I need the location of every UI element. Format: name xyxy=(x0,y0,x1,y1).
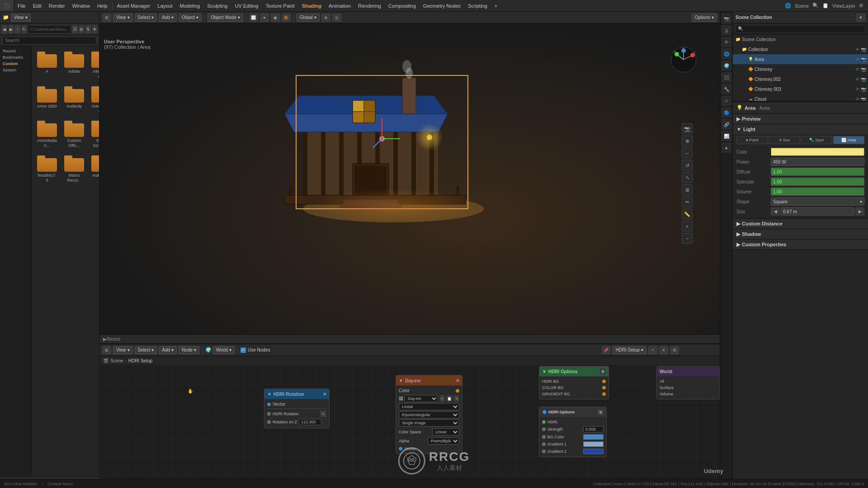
menu-texture-paint[interactable]: Texture Paint xyxy=(262,0,298,11)
close-hdri-btn[interactable]: ✕ xyxy=(659,346,668,354)
editor-type-icon[interactable]: 📁 xyxy=(3,14,9,20)
rot-z-socket[interactable] xyxy=(267,420,271,424)
size-decrease-btn[interactable]: ◀ xyxy=(771,207,780,216)
up-btn[interactable]: ↑ xyxy=(15,25,20,33)
hdri-options-inner-node[interactable]: 🔷 HDRI Options ⊞ HDRI Strength xyxy=(539,407,607,457)
object-menu-btn[interactable]: Object▾ xyxy=(179,14,202,22)
diffuse-value[interactable]: 1.00 xyxy=(771,168,864,176)
gradient2-swatch[interactable] xyxy=(583,449,604,454)
cloud-eye[interactable]: 👁 xyxy=(855,97,860,102)
menu-scripting[interactable]: Scripting xyxy=(464,0,491,11)
color-output-socket[interactable] xyxy=(456,389,459,393)
node-add-btn[interactable]: Add▾ xyxy=(159,346,177,354)
volume-value[interactable]: 1.00 xyxy=(771,188,864,196)
hdri-socket[interactable] xyxy=(542,420,546,424)
bg-color-socket[interactable] xyxy=(542,435,546,439)
inner-options-btn[interactable]: ⊞ xyxy=(597,409,604,415)
file-item-houdini[interactable]: houdini17.5 xyxy=(35,154,59,185)
hdri-setup-btn[interactable]: HDRI Setup▾ xyxy=(613,346,646,354)
power-value[interactable]: 450 W xyxy=(771,158,864,166)
node-editor-type[interactable]: ⊞ xyxy=(102,346,111,354)
custom-props-header[interactable]: ▶ Custom Properties xyxy=(733,239,868,249)
back-btn[interactable]: ◀ xyxy=(2,25,7,33)
file-item-macro[interactable]: Macro Recor... xyxy=(62,154,86,185)
scale-btn[interactable]: ⤡ xyxy=(682,172,693,183)
camera-btn[interactable]: 📷 xyxy=(682,123,693,134)
menu-compositing[interactable]: Compositing xyxy=(385,0,420,11)
menu-animation[interactable]: Animation xyxy=(325,0,354,11)
hdri-bg-socket[interactable] xyxy=(602,380,606,383)
render-preview-btn[interactable]: 🔆 xyxy=(282,14,291,22)
custom-distance-header[interactable]: ▶ Custom Distance xyxy=(733,219,868,229)
menu-render[interactable]: Render xyxy=(45,0,69,11)
menu-plus[interactable]: + xyxy=(491,0,501,11)
outliner-area[interactable]: 💡 Area 👁 📷 xyxy=(733,54,868,64)
path-display[interactable]: C:\Users\UserDocu... xyxy=(28,25,71,33)
menu-rendering[interactable]: Rendering xyxy=(354,0,385,11)
view-menu-btn[interactable]: View▾ xyxy=(113,14,133,22)
rpi-render[interactable]: 📷 xyxy=(722,14,731,23)
rpi-particles[interactable]: ⚛ xyxy=(722,96,731,106)
menu-file[interactable]: File xyxy=(14,0,29,11)
resize-bar[interactable]: ▶ Resize xyxy=(99,334,720,343)
select-menu-btn[interactable]: Select▾ xyxy=(135,14,157,22)
hdri-options-main-node[interactable]: ▼ HDRI Options ⊞ HDRI BG COLOR BG xyxy=(539,366,609,399)
forward-btn[interactable]: ▶ xyxy=(9,25,14,33)
add-menu-btn[interactable]: Add▾ xyxy=(159,14,177,22)
material-btn[interactable]: ◉ xyxy=(271,14,280,22)
colorspace-select[interactable]: Linear xyxy=(432,428,459,436)
file-item-avermedia2[interactable]: AVerMedia C... xyxy=(35,119,59,150)
rotate-btn[interactable]: ↺ xyxy=(682,160,693,171)
gradient1-swatch[interactable] xyxy=(583,441,604,447)
node-close-btn[interactable]: ✕ xyxy=(323,392,326,397)
cloud-render[interactable]: 📷 xyxy=(861,97,866,102)
menu-asset-manager[interactable]: Asset Manager xyxy=(113,0,154,11)
breadcrumb-hdri[interactable]: HDRI Setup xyxy=(128,358,152,363)
rotation-z-input[interactable] xyxy=(299,419,321,425)
light-sun-btn[interactable]: ☀ Sun xyxy=(769,136,800,144)
rpi-world[interactable]: 🌍 xyxy=(722,61,731,70)
menu-window[interactable]: Window xyxy=(69,0,94,11)
specular-value[interactable]: 1.00 xyxy=(771,178,864,186)
node-select-btn[interactable]: Select▾ xyxy=(135,346,157,354)
nav-system[interactable]: System xyxy=(1,67,30,73)
nav-custom[interactable]: Custom xyxy=(1,61,30,67)
filter-btn[interactable]: ▼ xyxy=(92,25,98,33)
rpi-modifiers[interactable]: 🔧 xyxy=(722,84,731,94)
proportional-btn[interactable]: ◎ xyxy=(332,14,341,22)
rpi-constraints[interactable]: 🔗 xyxy=(722,119,731,129)
refresh-btn[interactable]: ↻ xyxy=(22,25,27,33)
snap-btn[interactable]: ⊕ xyxy=(321,14,330,22)
shadow-header[interactable]: ▶ Shadow xyxy=(733,229,868,239)
global-btn[interactable]: Global▾ xyxy=(297,14,320,22)
rpi-scene[interactable]: 🌐 xyxy=(722,49,731,59)
menu-layout[interactable]: Layout xyxy=(154,0,176,11)
chimney003-render[interactable]: 📷 xyxy=(861,87,866,92)
file-search-input[interactable] xyxy=(3,37,96,45)
options-btn[interactable]: Options▾ xyxy=(692,14,717,22)
file-item-makehuman[interactable]: makehuman xyxy=(90,154,99,185)
size-increase-btn[interactable]: ▶ xyxy=(855,207,864,216)
annotate-btn[interactable]: ✏ xyxy=(682,197,693,207)
source-select[interactable]: Single Image xyxy=(399,419,459,427)
file-item-adobe[interactable]: Adobe xyxy=(62,50,86,81)
collection-eye[interactable]: 👁 xyxy=(855,47,860,52)
strength-socket[interactable] xyxy=(542,427,546,431)
light-spot-btn[interactable]: 🔦 Spot xyxy=(801,136,832,144)
nav-bookmarks[interactable]: Bookmarks xyxy=(1,54,30,61)
viewport-canvas[interactable]: User Perspective (97) Collection | Area xyxy=(99,23,720,343)
gradient-bg-socket[interactable] xyxy=(602,392,606,396)
day-exr-node[interactable]: ▼ Day.exr ✕ Color 🖼 Day.exr xyxy=(396,375,462,454)
file-item-avermedia1[interactable]: AVerMedia A... xyxy=(90,84,99,116)
chimney002-render[interactable]: 📷 xyxy=(861,77,866,82)
node-view-btn[interactable]: View▾ xyxy=(113,346,133,354)
day-exr-close-btn[interactable]: ✕ xyxy=(456,378,459,383)
color-swatch[interactable] xyxy=(771,148,864,156)
list-view-btn[interactable]: ☰ xyxy=(72,25,78,33)
file-x-btn[interactable]: ✕ xyxy=(454,395,459,402)
rpi-object[interactable]: ⬛ xyxy=(722,72,731,82)
collection-render[interactable]: 📷 xyxy=(861,47,866,52)
light-area-btn[interactable]: ⬜ Area xyxy=(833,136,864,144)
world-panel-node[interactable]: World All Surface Volume xyxy=(656,366,720,399)
alpha-select[interactable]: Premultiplied xyxy=(428,437,459,445)
